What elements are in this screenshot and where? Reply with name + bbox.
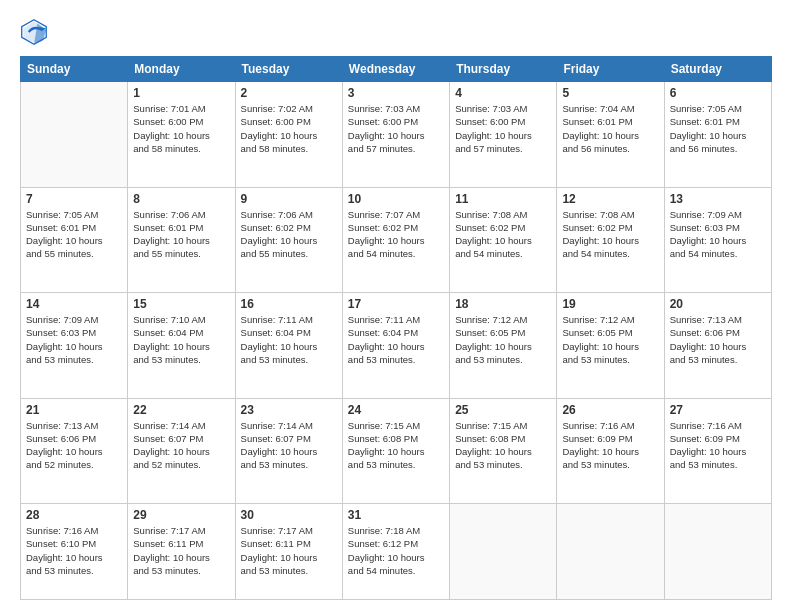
calendar-cell: 20Sunrise: 7:13 AMSunset: 6:06 PMDayligh… — [664, 293, 771, 399]
day-info: Sunrise: 7:05 AMSunset: 6:01 PMDaylight:… — [670, 102, 766, 155]
day-info: Sunrise: 7:09 AMSunset: 6:03 PMDaylight:… — [670, 208, 766, 261]
day-number: 10 — [348, 192, 444, 206]
calendar-cell: 21Sunrise: 7:13 AMSunset: 6:06 PMDayligh… — [21, 398, 128, 504]
calendar-cell: 18Sunrise: 7:12 AMSunset: 6:05 PMDayligh… — [450, 293, 557, 399]
day-number: 1 — [133, 86, 229, 100]
calendar-cell: 25Sunrise: 7:15 AMSunset: 6:08 PMDayligh… — [450, 398, 557, 504]
day-number: 2 — [241, 86, 337, 100]
calendar-cell — [450, 504, 557, 600]
day-number: 7 — [26, 192, 122, 206]
calendar-cell: 28Sunrise: 7:16 AMSunset: 6:10 PMDayligh… — [21, 504, 128, 600]
day-info: Sunrise: 7:05 AMSunset: 6:01 PMDaylight:… — [26, 208, 122, 261]
day-info: Sunrise: 7:02 AMSunset: 6:00 PMDaylight:… — [241, 102, 337, 155]
day-number: 23 — [241, 403, 337, 417]
calendar-cell: 15Sunrise: 7:10 AMSunset: 6:04 PMDayligh… — [128, 293, 235, 399]
day-number: 22 — [133, 403, 229, 417]
day-number: 24 — [348, 403, 444, 417]
day-info: Sunrise: 7:14 AMSunset: 6:07 PMDaylight:… — [133, 419, 229, 472]
day-info: Sunrise: 7:11 AMSunset: 6:04 PMDaylight:… — [241, 313, 337, 366]
day-info: Sunrise: 7:09 AMSunset: 6:03 PMDaylight:… — [26, 313, 122, 366]
day-number: 11 — [455, 192, 551, 206]
day-info: Sunrise: 7:16 AMSunset: 6:09 PMDaylight:… — [562, 419, 658, 472]
day-number: 17 — [348, 297, 444, 311]
page-header — [20, 18, 772, 46]
day-info: Sunrise: 7:12 AMSunset: 6:05 PMDaylight:… — [455, 313, 551, 366]
day-info: Sunrise: 7:04 AMSunset: 6:01 PMDaylight:… — [562, 102, 658, 155]
day-info: Sunrise: 7:16 AMSunset: 6:10 PMDaylight:… — [26, 524, 122, 577]
day-info: Sunrise: 7:17 AMSunset: 6:11 PMDaylight:… — [133, 524, 229, 577]
day-number: 13 — [670, 192, 766, 206]
day-number: 6 — [670, 86, 766, 100]
day-info: Sunrise: 7:07 AMSunset: 6:02 PMDaylight:… — [348, 208, 444, 261]
calendar-cell: 24Sunrise: 7:15 AMSunset: 6:08 PMDayligh… — [342, 398, 449, 504]
calendar-cell: 17Sunrise: 7:11 AMSunset: 6:04 PMDayligh… — [342, 293, 449, 399]
calendar-week-1: 7Sunrise: 7:05 AMSunset: 6:01 PMDaylight… — [21, 187, 772, 293]
calendar-cell: 4Sunrise: 7:03 AMSunset: 6:00 PMDaylight… — [450, 82, 557, 188]
day-number: 4 — [455, 86, 551, 100]
calendar-cell — [21, 82, 128, 188]
day-info: Sunrise: 7:18 AMSunset: 6:12 PMDaylight:… — [348, 524, 444, 577]
day-number: 16 — [241, 297, 337, 311]
calendar-cell: 10Sunrise: 7:07 AMSunset: 6:02 PMDayligh… — [342, 187, 449, 293]
day-number: 21 — [26, 403, 122, 417]
day-info: Sunrise: 7:16 AMSunset: 6:09 PMDaylight:… — [670, 419, 766, 472]
day-info: Sunrise: 7:15 AMSunset: 6:08 PMDaylight:… — [348, 419, 444, 472]
day-number: 19 — [562, 297, 658, 311]
calendar-week-0: 1Sunrise: 7:01 AMSunset: 6:00 PMDaylight… — [21, 82, 772, 188]
day-number: 8 — [133, 192, 229, 206]
day-info: Sunrise: 7:03 AMSunset: 6:00 PMDaylight:… — [455, 102, 551, 155]
calendar-cell: 19Sunrise: 7:12 AMSunset: 6:05 PMDayligh… — [557, 293, 664, 399]
day-number: 27 — [670, 403, 766, 417]
calendar-cell: 11Sunrise: 7:08 AMSunset: 6:02 PMDayligh… — [450, 187, 557, 293]
calendar-cell: 29Sunrise: 7:17 AMSunset: 6:11 PMDayligh… — [128, 504, 235, 600]
calendar-col-friday: Friday — [557, 57, 664, 82]
calendar-col-tuesday: Tuesday — [235, 57, 342, 82]
day-number: 18 — [455, 297, 551, 311]
day-number: 26 — [562, 403, 658, 417]
calendar-cell: 3Sunrise: 7:03 AMSunset: 6:00 PMDaylight… — [342, 82, 449, 188]
day-number: 12 — [562, 192, 658, 206]
calendar-cell: 12Sunrise: 7:08 AMSunset: 6:02 PMDayligh… — [557, 187, 664, 293]
day-info: Sunrise: 7:03 AMSunset: 6:00 PMDaylight:… — [348, 102, 444, 155]
calendar-col-saturday: Saturday — [664, 57, 771, 82]
day-info: Sunrise: 7:17 AMSunset: 6:11 PMDaylight:… — [241, 524, 337, 577]
day-number: 30 — [241, 508, 337, 522]
day-info: Sunrise: 7:14 AMSunset: 6:07 PMDaylight:… — [241, 419, 337, 472]
calendar-cell — [664, 504, 771, 600]
calendar-week-3: 21Sunrise: 7:13 AMSunset: 6:06 PMDayligh… — [21, 398, 772, 504]
day-number: 31 — [348, 508, 444, 522]
day-info: Sunrise: 7:06 AMSunset: 6:02 PMDaylight:… — [241, 208, 337, 261]
calendar-cell: 31Sunrise: 7:18 AMSunset: 6:12 PMDayligh… — [342, 504, 449, 600]
day-number: 5 — [562, 86, 658, 100]
calendar-col-thursday: Thursday — [450, 57, 557, 82]
calendar-cell: 30Sunrise: 7:17 AMSunset: 6:11 PMDayligh… — [235, 504, 342, 600]
calendar-cell: 13Sunrise: 7:09 AMSunset: 6:03 PMDayligh… — [664, 187, 771, 293]
calendar-cell: 22Sunrise: 7:14 AMSunset: 6:07 PMDayligh… — [128, 398, 235, 504]
calendar-cell: 23Sunrise: 7:14 AMSunset: 6:07 PMDayligh… — [235, 398, 342, 504]
day-number: 3 — [348, 86, 444, 100]
day-info: Sunrise: 7:13 AMSunset: 6:06 PMDaylight:… — [26, 419, 122, 472]
day-info: Sunrise: 7:08 AMSunset: 6:02 PMDaylight:… — [562, 208, 658, 261]
calendar-cell: 5Sunrise: 7:04 AMSunset: 6:01 PMDaylight… — [557, 82, 664, 188]
calendar-table: SundayMondayTuesdayWednesdayThursdayFrid… — [20, 56, 772, 600]
calendar-week-2: 14Sunrise: 7:09 AMSunset: 6:03 PMDayligh… — [21, 293, 772, 399]
calendar-col-wednesday: Wednesday — [342, 57, 449, 82]
calendar-cell: 9Sunrise: 7:06 AMSunset: 6:02 PMDaylight… — [235, 187, 342, 293]
calendar-week-4: 28Sunrise: 7:16 AMSunset: 6:10 PMDayligh… — [21, 504, 772, 600]
day-number: 29 — [133, 508, 229, 522]
day-number: 25 — [455, 403, 551, 417]
day-info: Sunrise: 7:13 AMSunset: 6:06 PMDaylight:… — [670, 313, 766, 366]
day-number: 14 — [26, 297, 122, 311]
calendar-col-monday: Monday — [128, 57, 235, 82]
calendar-cell: 8Sunrise: 7:06 AMSunset: 6:01 PMDaylight… — [128, 187, 235, 293]
calendar-col-sunday: Sunday — [21, 57, 128, 82]
calendar-cell: 2Sunrise: 7:02 AMSunset: 6:00 PMDaylight… — [235, 82, 342, 188]
calendar-cell: 26Sunrise: 7:16 AMSunset: 6:09 PMDayligh… — [557, 398, 664, 504]
day-info: Sunrise: 7:11 AMSunset: 6:04 PMDaylight:… — [348, 313, 444, 366]
day-info: Sunrise: 7:12 AMSunset: 6:05 PMDaylight:… — [562, 313, 658, 366]
day-info: Sunrise: 7:06 AMSunset: 6:01 PMDaylight:… — [133, 208, 229, 261]
logo-icon — [20, 18, 48, 46]
logo — [20, 18, 52, 46]
calendar-cell: 27Sunrise: 7:16 AMSunset: 6:09 PMDayligh… — [664, 398, 771, 504]
calendar-cell: 6Sunrise: 7:05 AMSunset: 6:01 PMDaylight… — [664, 82, 771, 188]
